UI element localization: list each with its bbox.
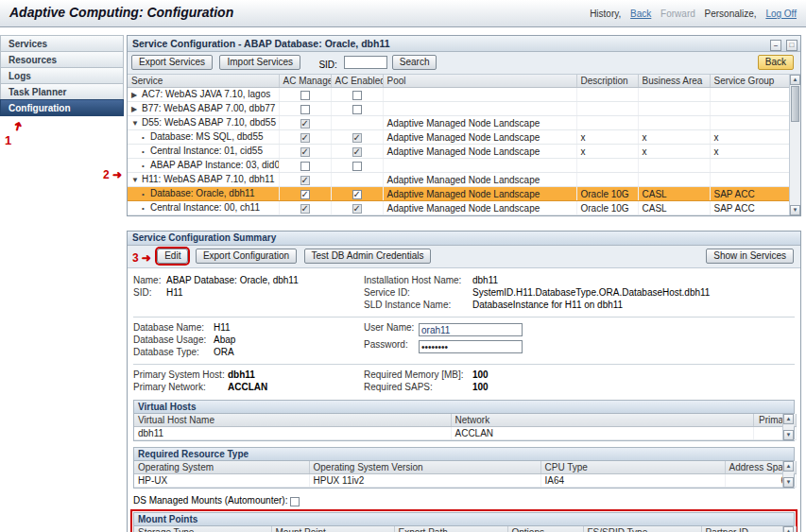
password-input[interactable] <box>419 340 523 353</box>
service-row[interactable]: •Database: MS SQL, dbd55 Adaptive Manage… <box>128 130 789 145</box>
ac-enabled-checkbox[interactable] <box>352 105 362 114</box>
col-cpu-type[interactable]: CPU Type <box>540 461 725 474</box>
export-services-button[interactable]: Export Services <box>131 55 213 70</box>
scrollbar-thumb[interactable] <box>791 86 799 122</box>
service-row[interactable]: •Central Instance: 00, ch11 Adaptive Man… <box>128 201 789 215</box>
service-row[interactable]: •ABAP ABAP Instance: 03, did03 <box>128 159 789 173</box>
virtual-hosts-scrollbar[interactable]: ▲ ▼ <box>782 414 794 440</box>
col-partner-id[interactable]: Partner ID <box>701 526 796 532</box>
col-virtual-host-name[interactable]: Virtual Host Name <box>134 414 451 427</box>
service-cell: •Central Instance: 01, cid55 <box>128 145 279 159</box>
col-export-path[interactable]: Export Path <box>394 526 507 532</box>
panel-minimize-icon[interactable]: – <box>770 40 781 51</box>
bullet-icon: • <box>142 203 150 214</box>
scroll-up-icon[interactable]: ▲ <box>783 526 794 532</box>
back-link[interactable]: Back <box>630 9 651 19</box>
sidebar-item-configuration[interactable]: Configuration <box>0 99 124 116</box>
annotation-number-2: 2 <box>103 168 110 181</box>
col-service-group[interactable]: Service Group <box>710 75 789 88</box>
primary-network-value: ACCLAN <box>228 382 267 393</box>
sid-input[interactable] <box>344 56 387 69</box>
service-row[interactable]: ▼H11: WebAS ABAP 7.10, dbh11 Adaptive Ma… <box>128 173 789 187</box>
col-description[interactable]: Description <box>576 75 638 88</box>
col-os-version[interactable]: Operating System Version <box>309 461 540 474</box>
expand-icon[interactable]: ▶ <box>131 90 142 100</box>
sidebar-item-services[interactable]: Services <box>0 35 124 52</box>
col-ac-enabled[interactable]: AC Enabled <box>331 75 383 88</box>
scroll-up-icon[interactable]: ▲ <box>790 75 800 85</box>
ac-managed-checkbox[interactable] <box>300 105 310 114</box>
ac-enabled-checkbox[interactable] <box>352 91 362 100</box>
service-row[interactable]: ▶B77: WebAS ABAP 7.00, dbb77 <box>128 102 789 116</box>
col-ac-managed[interactable]: AC Managed <box>279 75 331 88</box>
ac-enabled-checkbox[interactable] <box>352 147 362 157</box>
ac-managed-checkbox[interactable] <box>300 91 310 100</box>
mount-points-scrollbar[interactable]: ▲ ▼ <box>782 526 794 532</box>
collapse-icon[interactable]: ▼ <box>131 118 142 129</box>
services-scrollbar[interactable]: ▲ ▼ <box>789 75 800 215</box>
ac-managed-checkbox[interactable] <box>300 204 310 214</box>
resource-type-scrollbar[interactable]: ▲ ▼ <box>782 461 794 488</box>
search-button[interactable]: Search <box>392 55 437 70</box>
ac-managed-checkbox[interactable] <box>300 119 310 129</box>
service-toolbar: Export Services Import Services SID: Sea… <box>128 52 800 75</box>
ac-managed-checkbox[interactable] <box>300 162 310 171</box>
edit-button[interactable]: Edit <box>157 249 188 264</box>
service-cell: ▶AC7: WebAS JAVA 7.10, lagos <box>128 88 279 102</box>
panel-maximize-icon[interactable]: □ <box>786 40 797 51</box>
scroll-down-icon[interactable]: ▼ <box>783 477 794 488</box>
scroll-up-icon[interactable]: ▲ <box>783 414 794 424</box>
sid-label: SID: <box>318 58 336 73</box>
service-row-selected[interactable]: •Database: Oracle, dbh11 Adaptive Manage… <box>128 187 789 201</box>
ac-managed-checkbox[interactable] <box>300 176 310 185</box>
resource-type-row[interactable]: HP-UX HPUX 11iv2 IA64 64 <box>134 474 796 488</box>
col-operating-system[interactable]: Operating System <box>134 461 309 474</box>
col-network[interactable]: Network <box>451 414 753 427</box>
ac-enabled-checkbox[interactable] <box>352 133 362 143</box>
business-area-cell <box>638 116 710 130</box>
ac-managed-checkbox[interactable] <box>300 147 310 157</box>
main-content: Service Configuration - ABAP Database: O… <box>127 35 801 532</box>
services-table: Service AC Managed AC Enabled Pool Descr… <box>128 75 790 215</box>
import-services-button[interactable]: Import Services <box>219 55 300 70</box>
export-configuration-button[interactable]: Export Configuration <box>196 249 297 264</box>
personalize-link[interactable]: Personalize, <box>705 9 757 19</box>
logoff-link[interactable]: Log Off <box>765 9 797 19</box>
service-row[interactable]: ▼D55: WebAS ABAP 7.10, dbd55 Adaptive Ma… <box>128 116 789 130</box>
mount-points-header-row: Storage Type Mount Point Export Path Opt… <box>134 526 796 532</box>
pool-cell <box>383 159 576 173</box>
scroll-up-icon[interactable]: ▲ <box>783 461 794 472</box>
back-button[interactable]: Back <box>758 55 794 70</box>
col-mount-point[interactable]: Mount Point <box>271 526 394 532</box>
service-row[interactable]: ▶AC7: WebAS JAVA 7.10, lagos <box>128 88 789 102</box>
ac-managed-checkbox[interactable] <box>300 133 310 143</box>
ac-enabled-cell <box>331 88 383 102</box>
scroll-down-icon[interactable]: ▼ <box>790 205 800 215</box>
col-business-area[interactable]: Business Area <box>638 75 710 88</box>
show-in-services-button[interactable]: Show in Services <box>706 249 794 264</box>
ac-enabled-checkbox[interactable] <box>352 190 362 199</box>
summary-header: Service Configuration Summary <box>128 232 800 246</box>
col-storage-type[interactable]: Storage Type <box>134 526 271 532</box>
history-menu[interactable]: History, <box>590 9 621 19</box>
col-service[interactable]: Service <box>128 75 279 88</box>
service-group-cell: x <box>710 130 789 145</box>
col-pool[interactable]: Pool <box>383 75 576 88</box>
virtual-host-row[interactable]: dbh11 ACCLAN <box>134 427 796 440</box>
sidebar-item-logs[interactable]: Logs <box>0 67 124 84</box>
col-options[interactable]: Options <box>507 526 583 532</box>
sidebar-item-task-planner[interactable]: Task Planner <box>0 83 124 100</box>
user-name-input[interactable] <box>419 323 523 336</box>
collapse-icon[interactable]: ▼ <box>131 175 142 185</box>
sidebar-item-resources[interactable]: Resources <box>0 51 124 68</box>
ac-enabled-checkbox[interactable] <box>352 204 362 214</box>
service-row[interactable]: •Central Instance: 01, cid55 Adaptive Ma… <box>128 145 789 159</box>
ds-managed-mounts-checkbox[interactable] <box>290 497 300 506</box>
mount-points-title: Mount Points <box>134 513 794 526</box>
scroll-down-icon[interactable]: ▼ <box>783 430 794 440</box>
ac-enabled-checkbox[interactable] <box>352 162 362 171</box>
test-db-admin-credentials-button[interactable]: Test DB Admin Credentials <box>304 249 432 264</box>
expand-icon[interactable]: ▶ <box>131 104 142 114</box>
ac-managed-checkbox[interactable] <box>300 190 310 199</box>
col-fs-srid-type[interactable]: FS/SRID Type <box>583 526 701 532</box>
